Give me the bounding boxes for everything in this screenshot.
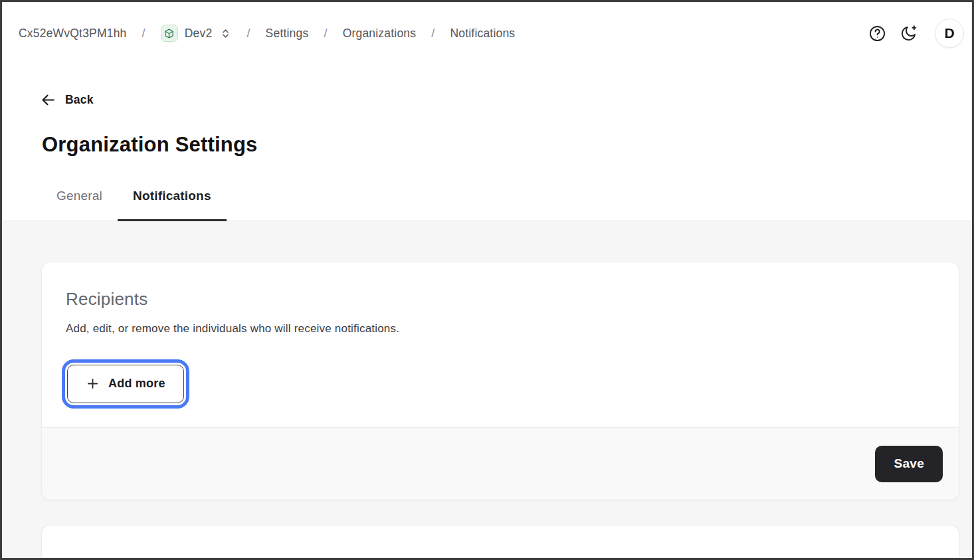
tab-notifications[interactable]: Notifications bbox=[118, 189, 227, 221]
topbar-actions: D bbox=[866, 19, 964, 48]
plus-icon bbox=[86, 377, 100, 391]
breadcrumb-separator: / bbox=[138, 27, 149, 41]
page-title: Organization Settings bbox=[42, 132, 972, 158]
chevron-up-down-icon bbox=[220, 28, 231, 39]
recipients-title: Recipients bbox=[66, 288, 935, 310]
add-more-button[interactable]: Add more bbox=[67, 365, 184, 403]
topbar: Cx52eWvQt3PM1hh / Dev2 bbox=[2, 2, 972, 64]
page-head: Back Organization Settings General Notif… bbox=[2, 64, 972, 221]
add-more-label: Add more bbox=[108, 377, 165, 391]
back-label: Back bbox=[65, 93, 94, 107]
avatar-initial: D bbox=[944, 25, 954, 41]
breadcrumb-project-name: Dev2 bbox=[185, 27, 213, 41]
breadcrumb-notifications[interactable]: Notifications bbox=[450, 27, 515, 41]
breadcrumb-separator: / bbox=[243, 27, 254, 41]
app-window: Cx52eWvQt3PM1hh / Dev2 bbox=[0, 0, 974, 560]
recipients-card-body: Recipients Add, edit, or remove the indi… bbox=[42, 262, 959, 427]
dark-mode-toggle[interactable] bbox=[898, 22, 920, 45]
breadcrumb: Cx52eWvQt3PM1hh / Dev2 bbox=[19, 25, 515, 42]
breadcrumb-settings[interactable]: Settings bbox=[266, 27, 309, 41]
recipients-card-footer: Save bbox=[42, 427, 959, 500]
tab-bar: General Notifications bbox=[41, 189, 972, 221]
back-link[interactable]: Back bbox=[40, 91, 94, 108]
user-avatar[interactable]: D bbox=[935, 19, 964, 48]
arrow-left-icon bbox=[40, 92, 56, 108]
breadcrumb-separator: / bbox=[320, 27, 331, 41]
breadcrumb-organizations[interactable]: Organizations bbox=[343, 27, 417, 41]
breadcrumb-org-id[interactable]: Cx52eWvQt3PM1hh bbox=[19, 27, 127, 41]
moon-plus-icon bbox=[900, 24, 918, 43]
main-content: Recipients Add, edit, or remove the indi… bbox=[2, 221, 972, 559]
save-button[interactable]: Save bbox=[875, 446, 943, 482]
next-section-card bbox=[41, 525, 959, 559]
help-icon bbox=[868, 25, 886, 43]
breadcrumb-separator: / bbox=[427, 27, 438, 41]
tab-general[interactable]: General bbox=[41, 189, 118, 221]
recipients-description: Add, edit, or remove the individuals who… bbox=[66, 321, 935, 337]
recipients-card: Recipients Add, edit, or remove the indi… bbox=[41, 262, 959, 500]
project-cube-icon bbox=[161, 25, 178, 42]
breadcrumb-project-selector[interactable]: Dev2 bbox=[161, 25, 232, 42]
help-button[interactable] bbox=[866, 22, 888, 45]
